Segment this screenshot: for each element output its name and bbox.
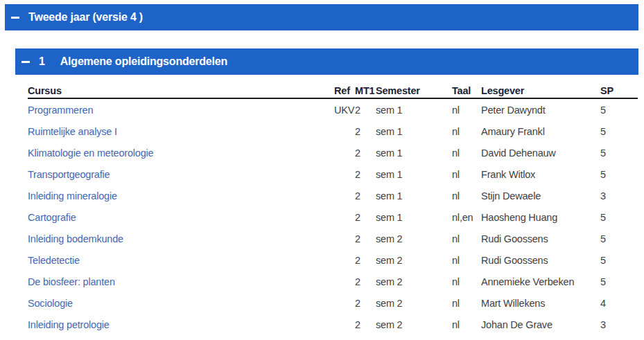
course-cell: Sociologie <box>28 298 334 309</box>
course-link[interactable]: Inleiding petrologie <box>28 319 110 330</box>
lesgever-cell: David Dehenauw <box>481 147 600 159</box>
course-cell: Cartografie <box>28 212 334 223</box>
course-link[interactable]: Teledetectie <box>28 255 80 266</box>
taal-cell: nl <box>452 190 481 202</box>
course-cell: Transportgeografie <box>28 169 334 180</box>
mt1-cell: 2 <box>355 276 376 287</box>
sp-cell: 5 <box>600 233 638 244</box>
section-number: 1 <box>39 55 45 68</box>
sp-cell: 5 <box>600 212 638 223</box>
sp-cell: 5 <box>600 147 638 159</box>
section-title: Algemene opleidingsonderdelen <box>60 55 227 68</box>
course-cell: De biosfeer: planten <box>28 276 334 287</box>
course-cell: Klimatologie en meteorologie <box>28 147 334 159</box>
course-link[interactable]: Inleiding mineralogie <box>28 190 117 202</box>
course-cell: Inleiding petrologie <box>28 319 334 330</box>
taal-cell: nl <box>452 147 481 159</box>
mt1-cell: 2 <box>355 147 376 159</box>
mt1-cell: 2 <box>355 319 376 330</box>
course-cell: Inleiding mineralogie <box>28 190 334 202</box>
taal-cell: nl <box>452 233 481 244</box>
lesgever-cell: Amaury Frankl <box>481 126 600 137</box>
course-link[interactable]: Ruimtelijke analyse I <box>28 126 117 137</box>
sp-cell: 5 <box>600 276 638 287</box>
course-link[interactable]: Programmeren <box>28 105 93 116</box>
course-cell: Teledetectie <box>28 255 334 266</box>
sp-cell: 5 <box>600 169 638 180</box>
semester-cell: sem 1 <box>376 169 452 180</box>
table-row: Klimatologie en meteorologie2sem 1nlDavi… <box>28 142 638 163</box>
lesgever-cell: Haosheng Huang <box>481 212 600 223</box>
section-header-tweede-jaar[interactable]: Tweede jaar (versie 4 ) <box>5 4 638 30</box>
course-cell: Programmeren <box>28 105 334 116</box>
program-page: Tweede jaar (versie 4 ) 1 Algemene oplei… <box>0 0 644 340</box>
sp-cell: 4 <box>600 298 638 309</box>
mt1-cell: 2 <box>355 190 376 202</box>
table-row: Transportgeografie2sem 1nlFrank Witlox5 <box>28 163 638 185</box>
lesgever-cell: Stijn Dewaele <box>481 190 600 202</box>
course-link[interactable]: Transportgeografie <box>28 169 110 180</box>
course-link[interactable]: Klimatologie en meteorologie <box>28 147 153 159</box>
semester-cell: sem 1 <box>376 212 452 223</box>
collapse-minus-icon[interactable] <box>11 17 19 19</box>
course-cell: Inleiding bodemkunde <box>28 233 334 244</box>
taal-cell: nl <box>452 276 481 287</box>
mt1-cell: 2 <box>355 169 376 180</box>
semester-cell: sem 1 <box>376 190 452 202</box>
taal-cell: nl <box>452 169 481 180</box>
lesgever-cell: Rudi Goossens <box>481 233 600 244</box>
table-row: Landschapskunde2sem 2nlVeerle Van Eetvel… <box>28 335 638 340</box>
mt1-cell: 2 <box>355 212 376 223</box>
section-title: Tweede jaar (versie 4 ) <box>28 11 143 24</box>
table-row: Cartografie2sem 1nl,enHaosheng Huang5 <box>28 206 638 228</box>
semester-cell: sem 2 <box>376 233 452 244</box>
sp-cell: 3 <box>600 319 638 330</box>
table-row: Teledetectie2sem 2nlRudi Goossens5 <box>28 249 638 271</box>
lesgever-cell: Johan De Grave <box>481 319 600 330</box>
sp-cell: 5 <box>600 105 638 116</box>
taal-cell: nl <box>452 298 481 309</box>
table-row: Inleiding mineralogie2sem 1nlStijn Dewae… <box>28 185 638 206</box>
column-header-taal: Taal <box>452 85 481 96</box>
mt1-cell: 2 <box>355 105 376 116</box>
mt1-cell: 2 <box>355 255 376 266</box>
semester-cell: sem 2 <box>376 255 452 266</box>
collapse-minus-icon[interactable] <box>21 61 30 63</box>
column-header-mt1: MT1 <box>355 85 376 96</box>
mt1-cell: 2 <box>355 233 376 244</box>
table-row: Ruimtelijke analyse I2sem 1nlAmaury Fran… <box>28 120 638 142</box>
table-row: ProgrammerenUKV2sem 1nlPeter Dawyndt5 <box>28 99 638 120</box>
sp-cell: 3 <box>600 190 638 202</box>
taal-cell: nl <box>452 255 481 266</box>
mt1-cell: 2 <box>355 298 376 309</box>
table-row: Inleiding bodemkunde2sem 2nlRudi Goossen… <box>28 228 638 249</box>
column-header-sp: SP <box>600 85 638 96</box>
table-header-row: Cursus Ref MT1 Semester Taal Lesgever SP <box>28 83 638 99</box>
lesgever-cell: Rudi Goossens <box>481 255 600 266</box>
table-row: De biosfeer: planten2sem 2nlAnnemieke Ve… <box>28 271 638 292</box>
table-row: Sociologie2sem 2nlMart Willekens4 <box>28 292 638 314</box>
lesgever-cell: Annemieke Verbeken <box>481 276 600 287</box>
course-link[interactable]: De biosfeer: planten <box>28 276 115 287</box>
lesgever-cell: Peter Dawyndt <box>481 105 600 116</box>
semester-cell: sem 2 <box>376 276 452 287</box>
lesgever-cell: Frank Witlox <box>481 169 600 180</box>
sp-cell: 5 <box>600 255 638 266</box>
course-table: Cursus Ref MT1 Semester Taal Lesgever SP… <box>28 83 638 340</box>
taal-cell: nl <box>452 126 481 137</box>
column-header-lesgever: Lesgever <box>481 85 600 96</box>
taal-cell: nl,en <box>452 212 481 223</box>
semester-cell: sem 1 <box>376 147 452 159</box>
course-cell: Ruimtelijke analyse I <box>28 126 334 137</box>
column-header-semester: Semester <box>376 85 452 96</box>
semester-cell: sem 1 <box>376 126 452 137</box>
ref-cell: UKV <box>334 105 355 116</box>
taal-cell: nl <box>452 319 481 330</box>
course-link[interactable]: Inleiding bodemkunde <box>28 233 123 244</box>
semester-cell: sem 1 <box>376 105 452 116</box>
table-row: Inleiding petrologie2sem 2nlJohan De Gra… <box>28 314 638 335</box>
section-header-algemene-opleidingsonderdelen[interactable]: 1 Algemene opleidingsonderdelen <box>15 48 638 75</box>
course-link[interactable]: Cartografie <box>28 212 76 223</box>
semester-cell: sem 2 <box>376 298 452 309</box>
course-link[interactable]: Sociologie <box>28 298 73 309</box>
